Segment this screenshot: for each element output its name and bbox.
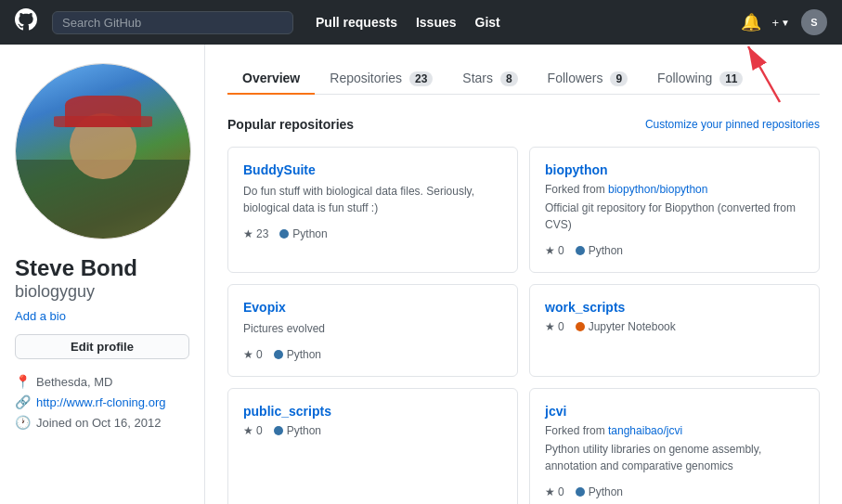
- repo-name-link[interactable]: Evopix: [243, 300, 502, 315]
- tab-overview[interactable]: Overview: [227, 63, 315, 95]
- repo-language: Python: [274, 348, 321, 361]
- page-body: Steve Bond biologyguy Add a bio Edit pro…: [0, 45, 842, 504]
- star-icon: ★: [545, 320, 555, 333]
- tab-following-label: Following: [657, 71, 712, 85]
- issues-link[interactable]: Issues: [416, 15, 457, 30]
- repo-name-link[interactable]: biopython: [545, 162, 804, 177]
- joined-item: 🕐 Joined on Oct 16, 2012: [15, 415, 189, 430]
- profile-meta: 📍 Bethesda, MD 🔗 http://www.rf-cloning.o…: [15, 374, 189, 430]
- tab-followers[interactable]: Followers 9: [533, 63, 642, 95]
- repo-meta: ★ 0 Python: [545, 244, 804, 257]
- repo-card[interactable]: work_scripts ★ 0 Jupyter Notebook: [529, 284, 820, 377]
- language-dot: [274, 426, 283, 435]
- star-count: 23: [256, 227, 268, 240]
- section-header: Popular repositories Customize your pinn…: [227, 117, 820, 132]
- joined-text: Joined on Oct 16, 2012: [36, 416, 161, 430]
- language-name: Python: [589, 485, 623, 498]
- repo-card[interactable]: BuddySuite Do fun stuff with biological …: [227, 147, 518, 273]
- repo-language: Python: [576, 485, 623, 498]
- repo-fork: Forked from tanghaibao/jcvi: [545, 424, 804, 437]
- repo-meta: ★ 23 Python: [243, 227, 502, 240]
- repo-stars: ★ 0: [545, 320, 564, 333]
- repo-description: Official git repository for Biopython (c…: [545, 200, 804, 233]
- repo-language: Python: [279, 227, 327, 240]
- star-count: 0: [558, 244, 564, 257]
- repo-meta: ★ 0 Jupyter Notebook: [545, 320, 804, 333]
- repo-description: Python utility libraries on genome assem…: [545, 441, 804, 474]
- clock-icon: 🕐: [15, 415, 31, 430]
- star-icon: ★: [243, 424, 253, 437]
- website-link[interactable]: http://www.rf-cloning.org: [36, 395, 165, 409]
- tab-following[interactable]: Following 11: [642, 63, 758, 95]
- profile-username: biologyguy: [15, 282, 189, 302]
- notification-bell-icon[interactable]: 🔔: [741, 12, 761, 32]
- fork-source-link[interactable]: tanghaibao/jcvi: [608, 424, 682, 437]
- language-dot: [279, 229, 289, 239]
- repo-meta: ★ 0 Python: [243, 424, 502, 437]
- repo-name-link[interactable]: work_scripts: [545, 300, 804, 315]
- repo-name-link[interactable]: public_scripts: [243, 404, 502, 419]
- tab-stars-label: Stars: [462, 71, 493, 85]
- github-logo-icon[interactable]: [15, 8, 37, 36]
- profile-name: Steve Bond: [15, 254, 189, 282]
- add-new-button[interactable]: + ▼: [772, 16, 791, 30]
- repo-name-link[interactable]: BuddySuite: [243, 162, 502, 177]
- repo-stars: ★ 0: [545, 485, 564, 498]
- language-name: Python: [292, 227, 327, 240]
- tab-repos-count: 23: [409, 71, 433, 86]
- language-dot: [274, 350, 283, 359]
- tab-stars[interactable]: Stars 8: [447, 63, 532, 95]
- repo-description: Pictures evolved: [243, 320, 502, 337]
- language-dot: [576, 322, 585, 331]
- tab-following-count: 11: [719, 71, 743, 86]
- fork-source-link[interactable]: biopython/biopython: [608, 183, 707, 196]
- repo-stars: ★ 23: [243, 227, 268, 240]
- repo-meta: ★ 0 Python: [545, 485, 804, 498]
- star-icon: ★: [545, 244, 555, 257]
- star-icon: ★: [243, 227, 253, 240]
- repo-name-link[interactable]: jcvi: [545, 404, 804, 419]
- tab-followers-count: 9: [610, 71, 628, 86]
- repo-grid: BuddySuite Do fun stuff with biological …: [227, 147, 820, 504]
- star-count: 0: [558, 320, 564, 333]
- sidebar: Steve Bond biologyguy Add a bio Edit pro…: [0, 45, 204, 504]
- language-name: Python: [287, 348, 321, 361]
- chevron-down-icon: ▼: [781, 18, 790, 28]
- gist-link[interactable]: Gist: [475, 15, 500, 30]
- tab-followers-label: Followers: [548, 71, 603, 85]
- plus-icon: +: [772, 16, 780, 30]
- repo-language: Python: [576, 244, 623, 257]
- main-content: Overview Repositories 23 Stars 8 Followe…: [204, 45, 842, 504]
- location-item: 📍 Bethesda, MD: [15, 374, 189, 389]
- tab-overview-label: Overview: [242, 71, 300, 85]
- search-input[interactable]: [52, 11, 293, 34]
- customize-pinned-link[interactable]: Customize your pinned repositories: [645, 118, 820, 131]
- language-dot: [576, 487, 585, 497]
- pull-requests-link[interactable]: Pull requests: [316, 15, 397, 30]
- profile-tabs: Overview Repositories 23 Stars 8 Followe…: [227, 63, 820, 95]
- repo-card[interactable]: Evopix Pictures evolved ★ 0 Python: [227, 284, 518, 377]
- header: Pull requests Issues Gist 🔔 + ▼ S: [0, 0, 842, 45]
- repo-meta: ★ 0 Python: [243, 348, 502, 361]
- tab-stars-count: 8: [500, 71, 518, 86]
- repo-stars: ★ 0: [545, 244, 564, 257]
- user-avatar-menu[interactable]: S: [801, 9, 827, 35]
- repo-fork: Forked from biopython/biopython: [545, 183, 804, 196]
- repo-card[interactable]: public_scripts ★ 0 Python: [227, 388, 518, 504]
- star-count: 0: [558, 485, 564, 498]
- add-bio-link[interactable]: Add a bio: [15, 309, 189, 323]
- repo-language: Python: [274, 424, 321, 437]
- repo-card[interactable]: jcvi Forked from tanghaibao/jcvi Python …: [529, 388, 820, 504]
- edit-profile-button[interactable]: Edit profile: [15, 334, 189, 359]
- star-icon: ★: [545, 485, 555, 498]
- repo-card[interactable]: biopython Forked from biopython/biopytho…: [529, 147, 820, 273]
- tab-repositories[interactable]: Repositories 23: [315, 63, 447, 95]
- star-count: 0: [256, 348, 263, 361]
- star-icon: ★: [243, 348, 253, 361]
- language-name: Jupyter Notebook: [589, 320, 676, 333]
- repo-stars: ★ 0: [243, 348, 263, 361]
- profile-avatar: [15, 63, 191, 239]
- repo-stars: ★ 0: [243, 424, 263, 437]
- header-right: 🔔 + ▼ S: [741, 9, 828, 35]
- header-nav: Pull requests Issues Gist: [316, 15, 500, 30]
